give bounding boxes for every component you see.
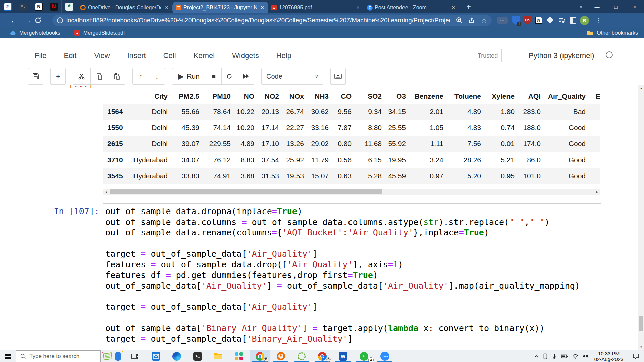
- extensions-overflow-button[interactable]: …: [497, 17, 508, 24]
- taskbar-word-app[interactable]: W: [333, 350, 354, 362]
- scroll-left-icon[interactable]: ◄: [103, 189, 109, 195]
- browser-toolbar: ← → i localhost:8892/notebooks/OneDrive%…: [0, 13, 644, 27]
- menu-item-cell[interactable]: Cell: [163, 51, 176, 60]
- scroll-up-icon[interactable]: ▲: [638, 85, 644, 91]
- pinned-tab-chatgpt[interactable]: *: [62, 0, 77, 13]
- side-panel-icon[interactable]: [570, 17, 576, 24]
- cell-type-dropdown[interactable]: Code ∨: [261, 68, 323, 85]
- window-maximize-button[interactable]: □: [606, 0, 625, 13]
- pinned-tab-notion[interactable]: N: [31, 0, 46, 13]
- add-cell-button[interactable]: +: [50, 68, 66, 85]
- taskbar-keyhole-app[interactable]: [270, 350, 291, 362]
- search-highlight-illustration[interactable]: [101, 350, 125, 362]
- taskbar-green-ring-app[interactable]: [291, 350, 312, 362]
- taskbar-whatsapp-app[interactable]: 4: [354, 350, 374, 362]
- move-cell-down-button[interactable]: ↓: [149, 68, 165, 85]
- menu-item-help[interactable]: Help: [276, 51, 291, 60]
- move-cell-up-button[interactable]: ↑: [132, 68, 149, 85]
- run-button[interactable]: ▶ Run: [172, 68, 206, 85]
- menu-item-view[interactable]: View: [94, 51, 110, 60]
- start-button[interactable]: [0, 350, 16, 362]
- horizontal-scroll-thumb[interactable]: [110, 189, 382, 194]
- other-bookmarks-label: Other bookmarks: [597, 30, 638, 36]
- save-button[interactable]: [28, 68, 43, 85]
- taskbar-task-view-button[interactable]: [125, 350, 146, 362]
- pinned-tab-netflix[interactable]: N: [46, 0, 62, 13]
- media-queue-extension-icon[interactable]: [558, 16, 566, 24]
- taskbar-chrome-app-active[interactable]: B: [250, 350, 270, 362]
- code-line: out_of_sample_data.dropna(inplace=True): [105, 206, 601, 217]
- trusted-button[interactable]: Trusted: [474, 49, 502, 62]
- command-palette-button[interactable]: [330, 68, 346, 85]
- copy-cell-button[interactable]: [90, 68, 108, 85]
- close-icon[interactable]: ×: [450, 4, 457, 11]
- reload-button[interactable]: [34, 17, 48, 24]
- tray-volume-icon[interactable]: [583, 354, 588, 359]
- page-vertical-scrollbar[interactable]: ▲ ▼: [638, 85, 644, 350]
- paste-cell-button[interactable]: [108, 68, 125, 85]
- window-minimize-button[interactable]: —: [588, 0, 606, 13]
- restart-run-all-button[interactable]: [237, 68, 254, 85]
- close-icon[interactable]: ×: [163, 4, 170, 11]
- menu-item-edit[interactable]: Edit: [64, 51, 76, 60]
- new-tab-button[interactable]: +: [464, 2, 474, 11]
- taskbar-search-box[interactable]: Type here to search: [16, 350, 101, 362]
- site-info-icon[interactable]: i: [57, 17, 63, 23]
- profile-avatar[interactable]: B: [580, 16, 589, 25]
- share-icon[interactable]: [468, 17, 476, 24]
- cell-input[interactable]: out_of_sample_data.dropna(inplace=True)o…: [103, 203, 601, 350]
- table-cell: [586, 168, 600, 184]
- tab-onedrive[interactable]: OneDrive - Douglas College/Dou ×: [77, 2, 173, 13]
- close-icon[interactable]: ×: [355, 4, 361, 11]
- adblock-extension-icon[interactable]: UD: [523, 16, 531, 25]
- address-bar[interactable]: i localhost:8892/notebooks/OneDrive%20-%…: [52, 15, 492, 26]
- scroll-down-icon[interactable]: ▼: [638, 344, 644, 350]
- bookmark-mergenotebooks[interactable]: MergeNotebooks: [10, 30, 60, 36]
- notion-extension-icon[interactable]: N: [535, 17, 542, 24]
- zoom-page-icon[interactable]: [455, 17, 463, 24]
- table-horizontal-scrollbar[interactable]: ◄ ►: [103, 189, 600, 195]
- window-close-button[interactable]: ×: [625, 0, 644, 13]
- interrupt-kernel-button[interactable]: ■: [206, 68, 222, 85]
- menu-item-insert[interactable]: Insert: [127, 51, 146, 60]
- menu-item-widgets[interactable]: Widgets: [232, 51, 259, 60]
- tray-battery-icon[interactable]: [561, 354, 568, 358]
- tray-wifi-icon[interactable]: [572, 354, 578, 359]
- bookmark-star-icon[interactable]: ☆: [481, 16, 487, 24]
- cut-cell-button[interactable]: [73, 68, 91, 85]
- taskbar-chrome-profile2-app[interactable]: B: [312, 350, 333, 362]
- taskbar-file-explorer-app[interactable]: [208, 350, 229, 362]
- bookmark-mergedslides-pdf[interactable]: ▲ MergedSlides.pdf: [74, 30, 125, 36]
- tray-hidden-icons-chevron[interactable]: [534, 355, 539, 358]
- back-button[interactable]: ←: [7, 16, 21, 25]
- taskbar-edge-app[interactable]: [166, 350, 187, 362]
- other-bookmarks-button[interactable]: Other bookmarks: [587, 30, 638, 36]
- taskbar-mail-app[interactable]: [146, 350, 166, 362]
- vertical-scroll-thumb[interactable]: [639, 316, 643, 331]
- extensions-puzzle-icon[interactable]: [546, 16, 554, 24]
- tab-pdf[interactable]: ▲ 12076885.pdf ×: [268, 2, 364, 13]
- close-icon[interactable]: ×: [259, 4, 266, 11]
- action-center-button[interactable]: [629, 353, 643, 359]
- menu-item-kernel[interactable]: Kernel: [194, 51, 215, 60]
- pinned-tab-calendar[interactable]: 2: [0, 0, 15, 13]
- taskbar-zoom-app[interactable]: zoom: [374, 350, 395, 362]
- taskbar-slack-app[interactable]: [229, 350, 250, 362]
- browser-menu-kebab-icon[interactable]: ⋮: [593, 16, 605, 24]
- password-manager-extension-icon[interactable]: 1: [512, 16, 520, 25]
- tab-search-chevron-icon[interactable]: ∨: [574, 0, 588, 13]
- tray-microphone-icon[interactable]: [552, 353, 557, 359]
- restart-kernel-button[interactable]: [221, 68, 237, 85]
- taskbar-clock[interactable]: 10:33 PM 02-Aug-2023: [593, 351, 625, 362]
- tab-jupyter-active[interactable]: Project2_BBI47123 - Jupyter Note ×: [173, 2, 268, 13]
- code-line: features_df = pd.get_dummies(features,dr…: [105, 270, 601, 281]
- taskbar-terminal-app[interactable]: >_: [187, 350, 208, 362]
- scroll-right-icon[interactable]: ►: [594, 189, 600, 195]
- forward-button[interactable]: →: [21, 16, 34, 25]
- menu-item-file[interactable]: File: [35, 51, 46, 60]
- pinned-tab-globe[interactable]: [15, 0, 31, 13]
- table-cell: [586, 152, 600, 168]
- table-cell: 25.55: [382, 120, 406, 136]
- tab-zoom[interactable]: Z Post Attendee - Zoom ×: [364, 2, 460, 13]
- tray-phone-link-icon[interactable]: [543, 353, 548, 359]
